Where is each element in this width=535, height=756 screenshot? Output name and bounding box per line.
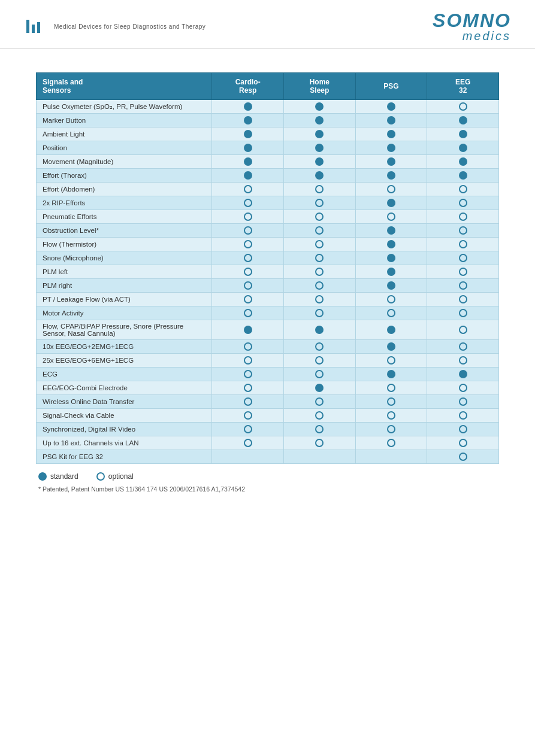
table-row: Synchronized, Digital IR Video (37, 423, 499, 436)
open-dot-icon (244, 370, 252, 378)
filled-dot-icon (387, 199, 395, 207)
open-dot-icon (387, 185, 395, 193)
signal-name-cell: Motor Activity (37, 306, 212, 320)
cell-cr (212, 100, 284, 114)
open-dot-icon (459, 384, 467, 392)
table-row: Flow, CPAP/BiPAP Pressure, Snore (Pressu… (37, 320, 499, 340)
open-dot-icon (244, 240, 252, 248)
signal-name-cell: 2x RIP-Efforts (37, 196, 212, 210)
cell-hs (284, 251, 356, 265)
cell-cr (212, 169, 284, 183)
open-dot-icon (315, 356, 324, 365)
cell-cr (212, 450, 284, 464)
filled-dot-icon (244, 326, 252, 334)
cell-psg (355, 381, 427, 395)
cell-psg (355, 155, 427, 169)
filled-dot-icon (315, 384, 324, 392)
cell-eeg (427, 354, 499, 368)
filled-dot-icon (387, 130, 395, 138)
open-dot-icon (387, 397, 395, 406)
open-dot-icon (387, 295, 395, 303)
optional-icon (96, 472, 105, 481)
filled-dot-icon (244, 130, 252, 138)
open-dot-icon (459, 185, 467, 193)
table-row: Flow (Thermistor) (37, 238, 499, 251)
cell-psg (355, 409, 427, 423)
cell-cr (212, 409, 284, 423)
open-dot-icon (315, 309, 324, 317)
open-dot-icon (459, 342, 467, 351)
table-row: Position (37, 141, 499, 155)
open-dot-icon (459, 439, 467, 447)
filled-dot-icon (387, 226, 395, 235)
cell-hs (284, 381, 356, 395)
open-dot-icon (244, 342, 252, 351)
open-dot-icon (244, 295, 252, 303)
page-header: Medical Devices for Sleep Diagnostics an… (0, 0, 535, 48)
filled-dot-icon (315, 144, 324, 152)
cell-eeg (427, 141, 499, 155)
cell-cr (212, 423, 284, 436)
open-dot-icon (459, 268, 467, 276)
cell-eeg (427, 423, 499, 436)
cell-eeg (427, 224, 499, 238)
open-dot-icon (315, 185, 324, 193)
filled-dot-icon (387, 370, 395, 378)
filled-dot-icon (387, 116, 395, 125)
header-tagline: Medical Devices for Sleep Diagnostics an… (54, 23, 205, 30)
open-dot-icon (459, 309, 467, 317)
open-dot-icon (387, 356, 395, 365)
filled-dot-icon (459, 370, 467, 378)
cell-cr (212, 141, 284, 155)
cell-hs (284, 141, 356, 155)
cell-psg (355, 238, 427, 251)
cell-psg (355, 306, 427, 320)
filled-dot-icon (459, 144, 467, 152)
cell-cr (212, 114, 284, 127)
table-row: EEG/EOG-Combi Electrode (37, 381, 499, 395)
cell-eeg (427, 293, 499, 306)
cell-cr (212, 340, 284, 354)
cell-psg (355, 354, 427, 368)
cell-psg (355, 340, 427, 354)
open-dot-icon (387, 411, 395, 420)
open-dot-icon (387, 212, 395, 221)
cell-hs (284, 100, 356, 114)
footnote: * Patented, Patent Number US 11/364 174 … (38, 485, 499, 493)
cell-hs (284, 183, 356, 196)
cell-cr (212, 293, 284, 306)
cell-cr (212, 238, 284, 251)
filled-dot-icon (459, 171, 467, 180)
cell-psg (355, 320, 427, 340)
cell-hs (284, 436, 356, 450)
open-dot-icon (244, 254, 252, 262)
open-dot-icon (315, 268, 324, 276)
open-dot-icon (315, 212, 324, 221)
open-dot-icon (244, 226, 252, 235)
open-dot-icon (244, 185, 252, 193)
signal-name-cell: Ambient Light (37, 127, 212, 141)
filled-dot-icon (387, 240, 395, 248)
cell-hs (284, 293, 356, 306)
filled-dot-icon (387, 281, 395, 290)
cell-eeg (427, 436, 499, 450)
table-row: Motor Activity (37, 306, 499, 320)
table-row: Up to 16 ext. Channels via LAN (37, 436, 499, 450)
open-dot-icon (459, 226, 467, 235)
filled-dot-icon (459, 157, 467, 166)
cell-hs (284, 306, 356, 320)
signal-name-cell: PLM right (37, 279, 212, 293)
cell-eeg (427, 279, 499, 293)
cell-hs (284, 320, 356, 340)
cell-hs (284, 368, 356, 381)
filled-dot-icon (315, 130, 324, 138)
signal-name-cell: Position (37, 141, 212, 155)
cell-hs (284, 224, 356, 238)
cell-cr (212, 354, 284, 368)
signal-name-cell: Marker Button (37, 114, 212, 127)
open-dot-icon (459, 411, 467, 420)
signal-name-cell: Synchronized, Digital IR Video (37, 423, 212, 436)
table-row: Wireless Online Data Transfer (37, 395, 499, 409)
cell-cr (212, 127, 284, 141)
cell-hs (284, 238, 356, 251)
